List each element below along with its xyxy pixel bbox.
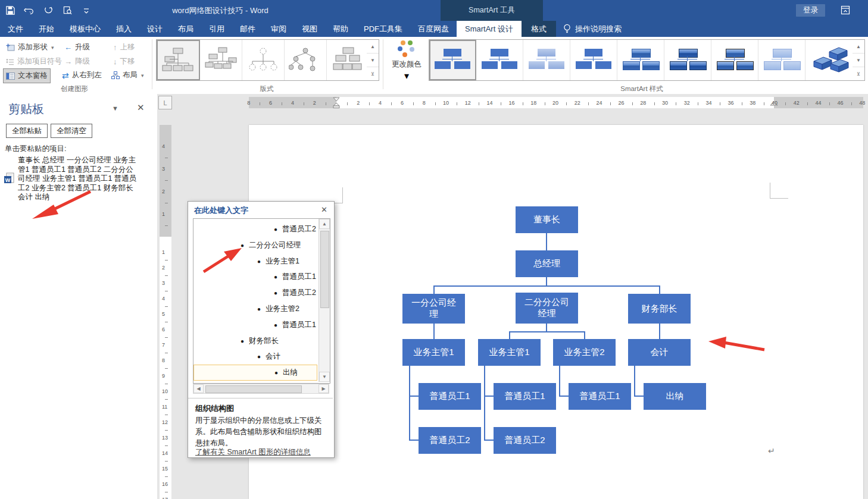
text-pane-horizontal-scrollbar[interactable]: ◀ ▶ [193, 384, 329, 394]
text-pane-vertical-scrollbar[interactable]: ▲ ▼ [319, 219, 330, 382]
text-pane-toggle-button[interactable]: 文本窗格 [3, 68, 51, 83]
org-node-chairman[interactable]: 董事长 [516, 206, 578, 233]
tab-5[interactable]: 布局 [170, 21, 201, 37]
tab-9[interactable]: 视图 [294, 21, 325, 37]
tab-smartart-design[interactable]: SmartArt 设计 [457, 21, 522, 37]
redo-icon[interactable] [43, 5, 54, 16]
layouts-scroll-down[interactable]: ▼ [367, 54, 379, 67]
scrollbar-thumb[interactable] [320, 231, 329, 308]
tab-3[interactable]: 插入 [108, 21, 139, 37]
tab-2[interactable]: 模板中心 [62, 21, 108, 37]
scroll-left-icon[interactable]: ◀ [193, 384, 204, 393]
org-node-cashier[interactable]: 出纳 [644, 383, 706, 410]
tab-selector-button[interactable]: L [158, 96, 172, 109]
style-option-7[interactable] [711, 40, 758, 80]
save-icon[interactable] [5, 5, 15, 16]
tab-8[interactable]: 审阅 [263, 21, 294, 37]
text-pane-item-0[interactable]: ●普通员工2 [193, 221, 317, 237]
add-shape-button[interactable]: 添加形状▾ [4, 40, 57, 54]
text-pane-close-icon[interactable]: ✕ [321, 205, 327, 214]
style-option-1[interactable] [429, 40, 476, 80]
style-option-2[interactable] [476, 40, 523, 80]
layout-button[interactable]: 布局▾ [109, 68, 146, 82]
tab-0[interactable]: 文件 [0, 21, 31, 37]
signin-button[interactable]: 登录 [796, 4, 825, 17]
tell-me-search[interactable]: 操作说明搜索 [556, 21, 629, 37]
tab-12[interactable]: 百度网盘 [410, 21, 457, 37]
document-page[interactable]: ↵ 董事长总经理一分公司经 理二分分公司 经理财务部长业务主管1业务主管1业务主… [249, 125, 863, 499]
clipboard-pane-close-icon[interactable]: ✕ [137, 102, 145, 113]
styles-more-button[interactable]: ⊻ [853, 67, 864, 80]
hruler-number: 28 [640, 100, 646, 106]
ribbon-display-options-icon[interactable] [839, 4, 851, 16]
layout-option-2[interactable] [200, 40, 242, 80]
tab-7[interactable]: 邮件 [232, 21, 263, 37]
layouts-more-button[interactable]: ⊻ [367, 67, 379, 80]
scroll-up-icon[interactable]: ▲ [319, 219, 330, 229]
org-node-gm[interactable]: 总经理 [516, 250, 578, 277]
org-node-finance[interactable]: 财务部长 [628, 294, 691, 324]
clipboard-pane-menu-icon[interactable]: ▼ [112, 105, 118, 112]
text-pane-item-2[interactable]: ●业务主管1 [193, 253, 317, 269]
layout-option-4[interactable] [285, 40, 327, 80]
print-preview-icon[interactable] [62, 5, 73, 16]
org-node-emp1[interactable]: 普通员工1 [419, 383, 481, 410]
style-option-8[interactable] [758, 40, 805, 80]
layout-option-org-chart[interactable] [157, 40, 200, 80]
right-to-left-button[interactable]: ⇄从右到左 [60, 68, 104, 82]
org-node-emp2[interactable]: 普通员工2 [419, 427, 481, 454]
org-node-branch1[interactable]: 一分公司经 理 [402, 294, 465, 324]
horizontal-ruler[interactable]: L 86422468101214161820222426283032343638… [157, 94, 868, 111]
scroll-down-icon[interactable]: ▼ [319, 372, 330, 382]
clear-all-button[interactable]: 全部清空 [51, 124, 92, 138]
scroll-right-icon[interactable]: ▶ [319, 384, 329, 393]
text-pane-item-6[interactable]: ●普通员工1 [193, 317, 317, 333]
style-option-3[interactable] [523, 40, 570, 80]
styles-scroll-up[interactable]: ▲ [853, 40, 864, 54]
org-node-emp4[interactable]: 普通员工2 [494, 427, 556, 454]
tab-6[interactable]: 引用 [201, 21, 232, 37]
org-node-accountant[interactable]: 会计 [628, 339, 691, 366]
style-option-3d-bricks[interactable] [805, 40, 857, 80]
style-option-4[interactable] [570, 40, 617, 80]
layout-option-5[interactable] [327, 40, 369, 80]
tab-11[interactable]: PDF工具集 [356, 21, 410, 37]
hscrollbar-thumb[interactable] [205, 385, 302, 393]
org-node-emp3[interactable]: 普通员工1 [494, 383, 556, 410]
org-node-branch2[interactable]: 二分分公司 经理 [516, 293, 578, 324]
style-option-5[interactable] [617, 40, 664, 80]
org-node-sup3[interactable]: 业务主管2 [553, 339, 616, 366]
text-pane-item-9[interactable]: ●出纳 [193, 365, 317, 381]
change-colors-button[interactable]: 更改颜色 ▾ [388, 39, 425, 82]
tab-4[interactable]: 设计 [139, 21, 170, 37]
hruler-number: 32 [684, 100, 690, 106]
text-pane-item-7[interactable]: ●财务部长 [193, 333, 317, 349]
layout-option-3[interactable] [242, 40, 285, 80]
text-pane-list[interactable]: ▲ ▼ ●普通员工2●二分分公司经理●业务主管1●普通员工1●普通员工2●业务主… [193, 218, 330, 384]
org-connector [509, 331, 585, 332]
org-node-sup1[interactable]: 业务主管1 [402, 339, 465, 366]
text-pane-item-5[interactable]: ●业务主管2 [193, 301, 317, 317]
vertical-ruler[interactable]: 43211234567891011121314151617 [160, 111, 171, 499]
text-pane-item-8[interactable]: ●会计 [193, 349, 317, 365]
tab-1[interactable]: 开始 [31, 21, 62, 37]
tab-format[interactable]: 格式 [522, 21, 556, 37]
customize-qat-icon[interactable] [81, 5, 92, 16]
undo-icon[interactable] [24, 5, 35, 16]
smartart-help-link[interactable]: 了解有关 SmartArt 图形的详细信息 [195, 447, 311, 457]
org-node-emp5[interactable]: 普通员工1 [569, 383, 631, 410]
promote-button[interactable]: ←升级 [62, 40, 92, 54]
text-pane-item-4[interactable]: ●普通员工2 [193, 285, 317, 301]
demote-button: →降级 [62, 55, 92, 68]
text-pane-item-1[interactable]: ●二分分公司经理 [193, 237, 317, 253]
tab-10[interactable]: 帮助 [325, 21, 356, 37]
text-pane-item-3[interactable]: ●普通员工1 [193, 269, 317, 285]
styles-scroll-down[interactable]: ▼ [853, 54, 864, 67]
paste-all-button[interactable]: 全部粘贴 [6, 124, 48, 138]
layouts-scroll-up[interactable]: ▲ [367, 40, 379, 54]
smartart-text-pane[interactable]: 在此处键入文字 ✕ ▲ ▼ ●普通员工2●二分分公司经理●业务主管1●普通员工1… [188, 201, 335, 458]
style-option-6[interactable] [664, 40, 711, 80]
clipboard-item[interactable]: W 董事长 总经理 一分公司经理 业务主管1 普通员工1 普通员工2 二分分公司… [4, 153, 154, 206]
org-node-sup2[interactable]: 业务主管1 [478, 339, 541, 366]
indent-markers[interactable] [332, 97, 341, 108]
